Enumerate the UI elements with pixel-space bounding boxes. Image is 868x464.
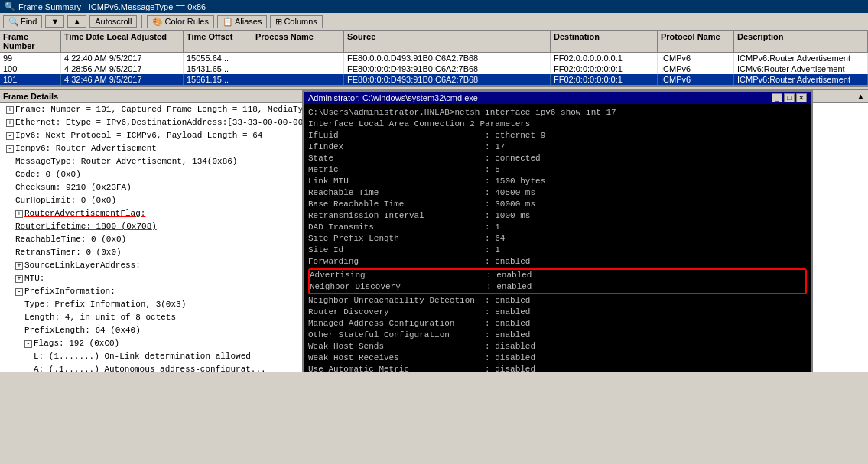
table-cell: 101 <box>0 74 61 85</box>
frame-details: Frame Details ▲ +Frame: Number = 101, Ca… <box>0 90 868 372</box>
cmd-line: Interface Local Area Connection 2 Parame… <box>308 118 807 130</box>
expand-icon: + <box>6 106 14 114</box>
cmd-line: Use Automatic Metric : disabled <box>308 364 807 372</box>
cmd-line: Reachable Time : 40500 ms <box>308 187 807 199</box>
detail-text: L: (1.......) On-Link determination allo… <box>34 352 251 361</box>
frame-details-title: Frame Details <box>3 92 58 101</box>
collapse-icon: - <box>15 288 23 296</box>
table-cell: 15661.15... <box>184 74 252 85</box>
detail-text: Length: 4, in unit of 8 octets <box>24 313 176 322</box>
columns-icon: ⊞ <box>275 17 282 27</box>
col-offset[interactable]: Time Offset <box>184 31 252 52</box>
cmd-line: Metric : 5 <box>308 164 807 176</box>
table-cell <box>252 74 344 85</box>
table-row[interactable]: 1004:28:56 AM 9/5/201715431.65...FE80:0:… <box>0 63 868 74</box>
table-cell: FE80:0:0:0:D493:91B0:C6A2:7B68 <box>344 53 551 63</box>
frame-details-toggle[interactable]: ▲ <box>857 92 865 101</box>
table-cell: ICMPv6 <box>658 53 734 63</box>
col-frame-number[interactable]: Frame Number <box>0 31 61 52</box>
toolbar: 🔍 Find ▼ ▲ Autoscroll 🎨 Color Rules 📋 Al… <box>0 13 868 31</box>
col-desc[interactable]: Description <box>734 31 868 52</box>
detail-text: Code: 0 (0x0) <box>15 170 81 179</box>
cmd-line: Site Id : 1 <box>308 245 807 256</box>
table-cell: 99 <box>0 53 61 63</box>
color-rules-button[interactable]: 🎨 Color Rules <box>147 15 213 28</box>
title-bar: 🔍 Frame Summary - ICMPv6.MessageType == … <box>0 0 868 13</box>
cmd-line: Retransmission Interval : 1000 ms <box>308 210 807 222</box>
col-source[interactable]: Source <box>344 31 551 52</box>
cmd-line: DAD Transmits : 1 <box>308 222 807 233</box>
cmd-line: IfIndex : 17 <box>308 141 807 153</box>
table-cell: ICMPv6:Router Advertisement <box>734 74 868 85</box>
cmd-line: Weak Host Sends : disabled <box>308 341 807 352</box>
table-cell: 4:32:46 AM 9/5/2017 <box>61 74 184 85</box>
expand-icon: + <box>15 275 23 283</box>
detail-text: A: (.1......) Autonomous address-configu… <box>34 365 266 372</box>
cmd-line: Managed Address Configuration : enabled <box>308 318 807 329</box>
cmd-content: C:\Users\administrator.HNLAB>netsh inter… <box>304 104 811 372</box>
table-cell <box>252 53 344 63</box>
cmd-title-bar: Administrator: C:\windows\system32\cmd.e… <box>304 92 811 104</box>
col-process[interactable]: Process Name <box>252 31 344 52</box>
table-cell: ICMv6:Router Advertisement <box>734 63 868 74</box>
aliases-button[interactable]: 📋 Aliases <box>217 15 267 28</box>
table-row[interactable]: 1014:32:46 AM 9/5/201715661.15...FE80:0:… <box>0 74 868 85</box>
table-row[interactable]: 994:22:40 AM 9/5/201715055.64...FE80:0:0… <box>0 53 868 63</box>
find-icon: 🔍 <box>8 17 19 27</box>
table-cell: 15055.64... <box>184 53 252 63</box>
expand-icon: + <box>15 210 23 218</box>
expand-icon: + <box>6 119 14 127</box>
arrow-down-button[interactable]: ▼ <box>45 15 64 28</box>
table-cell: FE80:0:0:0:D493:91B0:C6A2:7B68 <box>344 63 551 74</box>
arrow-up-button[interactable]: ▲ <box>67 15 86 28</box>
detail-text: Icmpv6: Router Advertisement <box>15 144 157 153</box>
cmd-line: Site Prefix Length : 64 <box>308 233 807 245</box>
table-cell: 15431.65... <box>184 63 252 74</box>
table-cell: FF02:0:0:0:0:0:0:1 <box>551 63 658 74</box>
cmd-line: Base Reachable Time : 30000 ms <box>308 199 807 210</box>
cmd-title-buttons: _ □ ✕ <box>772 93 807 102</box>
detail-text: Checksum: 9210 (0x23FA) <box>15 183 132 192</box>
cmd-close-button[interactable]: ✕ <box>796 93 807 102</box>
detail-text: PrefixLength: 64 (0x40) <box>24 326 141 335</box>
cmd-line: Weak Host Receives : disabled <box>308 352 807 364</box>
table-cell: FE80:0:0:0:D493:91B0:C6A2:7B68 <box>344 74 551 85</box>
cmd-maximize-button[interactable]: □ <box>784 93 795 102</box>
cmd-line: Forwarding : enabled <box>308 256 807 268</box>
packet-list: Frame Number Time Date Local Adjusted Ti… <box>0 31 868 86</box>
table-cell: 4:28:56 AM 9/5/2017 <box>61 63 184 74</box>
col-dest[interactable]: Destination <box>551 31 658 52</box>
table-cell: 100 <box>0 63 61 74</box>
title-text: Frame Summary - ICMPv6.MessageType == 0x… <box>18 2 206 11</box>
color-icon: 🎨 <box>152 17 163 27</box>
cmd-window: Administrator: C:\windows\system32\cmd.e… <box>302 90 813 372</box>
col-time[interactable]: Time Date Local Adjusted <box>61 31 184 52</box>
detail-text: MessageType: Router Advertisement, 134(0… <box>15 157 237 166</box>
columns-button[interactable]: ⊞ Columns <box>270 15 322 28</box>
detail-text: RouterAdvertisementFlag: <box>24 209 145 218</box>
packet-rows: 994:22:40 AM 9/5/201715055.64...FE80:0:0… <box>0 53 868 85</box>
cmd-line: Neighbor Discovery : enabled <box>310 281 805 293</box>
detail-text: SourceLinkLayerAddress: <box>24 261 141 270</box>
detail-text: MTU: <box>24 274 44 283</box>
detail-text: Flags: 192 (0xC0) <box>34 339 119 348</box>
cmd-line: Neighbor Unreachability Detection : enab… <box>308 295 807 307</box>
collapse-icon: - <box>6 145 14 153</box>
find-button[interactable]: 🔍 Find <box>3 15 42 28</box>
autoscroll-button[interactable]: Autoscroll <box>89 15 137 28</box>
expand-icon: + <box>15 262 23 270</box>
separator <box>141 15 142 28</box>
aliases-icon: 📋 <box>223 17 233 27</box>
cmd-line: State : connected <box>308 153 807 164</box>
table-cell: FF02:0:0:0:0:0:0:1 <box>551 53 658 63</box>
detail-text: RouterLifetime: 1800 (0x708) <box>15 222 157 231</box>
cmd-red-box: Advertising : enabledNeighbor Discovery … <box>308 268 807 294</box>
cmd-line: Router Discovery : enabled <box>308 307 807 318</box>
detail-text: PrefixInformation: <box>24 287 115 296</box>
collapse-icon: - <box>6 132 14 140</box>
app-icon: 🔍 <box>5 2 15 11</box>
collapse-icon: - <box>24 340 32 348</box>
col-proto[interactable]: Protocol Name <box>658 31 734 52</box>
cmd-minimize-button[interactable]: _ <box>772 93 782 102</box>
cmd-line: Link MTU : 1500 bytes <box>308 176 807 187</box>
